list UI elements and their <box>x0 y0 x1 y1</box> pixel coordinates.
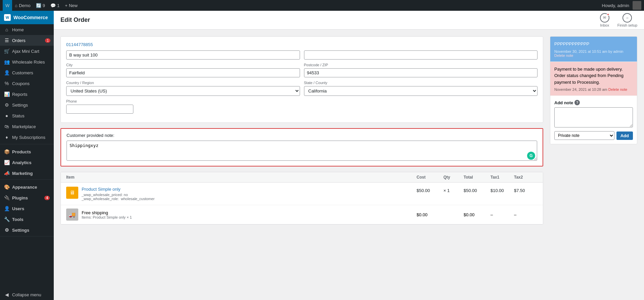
plugins-icon: 🔌 <box>4 195 9 200</box>
plus-icon: + <box>65 3 68 8</box>
customer-note-label: Customer provided note: <box>67 133 537 138</box>
item-thumbnail: 🖥 <box>66 187 78 199</box>
item-meta: _wwp_wholesale_priced: no _wwp_wholesale… <box>82 193 155 201</box>
reports-icon: 📊 <box>4 91 9 97</box>
customer-note-textarea[interactable]: Shippingxyz <box>67 141 537 161</box>
status-icon: ● <box>4 113 9 118</box>
inbox-icon: ✉ <box>600 13 609 23</box>
sidebar-item-products[interactable]: 📦 Products <box>0 146 54 156</box>
marketing-icon: 📣 <box>4 171 9 176</box>
postcode-input[interactable] <box>304 68 538 77</box>
site-name-item[interactable]: ⌂ Demo <box>12 0 33 11</box>
brand-label: WooCommerce <box>13 15 48 20</box>
address-line-input[interactable] <box>66 50 300 60</box>
sidebar-item-status[interactable]: ● Status <box>0 110 54 121</box>
col-cost: Cost <box>417 175 443 180</box>
sidebar-item-users[interactable]: 👤 Users <box>0 202 54 213</box>
sidebar-item-wholesale-roles[interactable]: 👥 Wholesale Roles <box>0 57 54 67</box>
sidebar-section-label: Analytics <box>12 160 32 165</box>
sidebar-item-marketing[interactable]: 📣 Marketing <box>0 167 54 178</box>
add-note-button[interactable]: Add <box>616 132 633 140</box>
admin-bar: W ⌂ Demo 🔄 9 💬 1 + New Howdy, admin <box>0 0 644 11</box>
phone-input[interactable] <box>66 105 133 114</box>
new-item[interactable]: + New <box>62 0 80 11</box>
inbox-label: Inbox <box>600 23 609 27</box>
sidebar-section-label: Products <box>12 149 31 154</box>
orders-icon: ☰ <box>4 38 9 43</box>
sidebar-item-marketplace[interactable]: 🛍 Marketplace <box>0 121 54 132</box>
note-bubble-1: PPPPPPPPPPPP November 30, 2021 at 10:51 … <box>550 37 637 62</box>
sidebar-item-ajax-mini-cart[interactable]: 🛒 Ajax Mini Cart <box>0 46 54 57</box>
city-group: City <box>66 63 300 77</box>
updates-item[interactable]: 🔄 9 <box>33 0 48 11</box>
add-note-section: Add note ? Private note Note to customer… <box>550 96 637 144</box>
sidebar-item-plugins[interactable]: 🔌 Plugins 4 <box>0 192 54 202</box>
sidebar-item-tools[interactable]: 🔧 Tools <box>0 213 54 224</box>
sidebar-item-label: Home <box>12 27 24 32</box>
shipping-tax2: – <box>514 212 538 217</box>
shipping-details: Free shipping Items: Product Simple only… <box>82 210 132 219</box>
sidebar-item-settings[interactable]: ⚙ Settings <box>0 100 54 110</box>
sidebar-brand[interactable]: W WooCommerce <box>0 11 54 24</box>
col-item: Item <box>66 175 417 180</box>
topbar-actions: ✉ Inbox ○ Finish setup <box>600 13 637 27</box>
sidebar-section-label: Marketing <box>12 171 33 176</box>
country-label: Country / Region <box>66 81 300 85</box>
sidebar-item-orders[interactable]: ☰ Orders 1 <box>0 35 54 46</box>
phone-label: Phone <box>66 99 133 103</box>
sidebar-item-label: Orders <box>12 38 26 43</box>
customer-note-wrapper: Shippingxyz G <box>67 141 537 162</box>
wp-logo[interactable]: W <box>3 0 12 11</box>
wholesale-icon: 👥 <box>4 59 9 65</box>
col-tax2: Tax2 <box>514 175 538 180</box>
order-panel: 01144778855 City <box>60 36 543 293</box>
plugins-badge: 4 <box>44 196 50 200</box>
sidebar-item-my-subscriptions[interactable]: ♦ My Subscriptions <box>0 132 54 143</box>
sidebar-item-reports[interactable]: 📊 Reports <box>0 89 54 100</box>
collapse-menu-item[interactable]: ◀ Collapse menu <box>0 289 54 300</box>
col-total: Total <box>464 175 490 180</box>
shipping-row: 🚚 Free shipping Items: Product Simple on… <box>61 205 543 224</box>
sidebar-item-analytics[interactable]: 📈 Analytics <box>0 156 54 167</box>
note-bubble-2: Payment to be made upon delivery. Order … <box>550 62 637 96</box>
note-type-select[interactable]: Private note Note to customer <box>554 131 614 140</box>
appearance-icon: 🎨 <box>4 184 9 190</box>
sidebar-item-appearance[interactable]: 🎨 Appearance <box>0 181 54 192</box>
add-note-label: Add note ? <box>554 100 633 105</box>
avatar <box>633 1 641 10</box>
setup-check-icon: ○ <box>626 16 629 20</box>
comments-item[interactable]: 💬 1 <box>48 0 62 11</box>
phone-group: Phone <box>66 99 133 114</box>
delete-note-2-link[interactable]: Delete note <box>608 87 627 91</box>
sidebar-item-coupons[interactable]: % Coupons <box>0 78 54 89</box>
sidebar-item-label: Coupons <box>12 81 30 86</box>
inbox-envelope-icon: ✉ <box>603 15 606 20</box>
state-group: State / County California <box>304 81 538 96</box>
help-icon[interactable]: ? <box>574 100 580 105</box>
sidebar-item-home[interactable]: ⌂ Home <box>0 24 54 35</box>
address-field2-input[interactable] <box>304 50 538 60</box>
item-name-link[interactable]: Product Simple only <box>82 187 155 192</box>
finish-setup-action[interactable]: ○ Finish setup <box>617 13 637 27</box>
col-tax1: Tax1 <box>490 175 514 180</box>
finish-setup-label: Finish setup <box>617 23 637 27</box>
country-select[interactable]: United States (US) <box>66 86 300 96</box>
grammarly-icon: G <box>527 152 535 160</box>
item-meta-role: _wwp_wholesale_role: wholesale_customer <box>82 197 155 201</box>
delete-note-1-link[interactable]: Delete note <box>554 53 573 58</box>
shipping-icon: 🚚 <box>66 209 78 221</box>
sidebar-item-settings2[interactable]: ⚙ Settings <box>0 224 54 235</box>
page-title: Edit Order <box>60 16 90 24</box>
items-table-section: Item Cost Qty Total Tax1 Tax2 🖥 Product … <box>60 172 543 225</box>
collapse-label: Collapse menu <box>12 292 41 297</box>
city-input[interactable] <box>66 68 300 77</box>
sidebar-item-customers[interactable]: 👤 Customers <box>0 67 54 78</box>
inbox-action[interactable]: ✉ Inbox <box>600 13 609 27</box>
add-note-textarea[interactable] <box>554 107 633 127</box>
add-note-row: Private note Note to customer Add <box>554 131 633 140</box>
phone-link[interactable]: 01144778855 <box>66 42 93 47</box>
right-panel: PPPPPPPPPPPP November 30, 2021 at 10:51 … <box>550 36 637 293</box>
state-select[interactable]: California <box>304 86 538 96</box>
item-meta-priced: _wwp_wholesale_priced: no <box>82 193 155 197</box>
note-text-1: PPPPPPPPPPPP <box>554 41 633 47</box>
